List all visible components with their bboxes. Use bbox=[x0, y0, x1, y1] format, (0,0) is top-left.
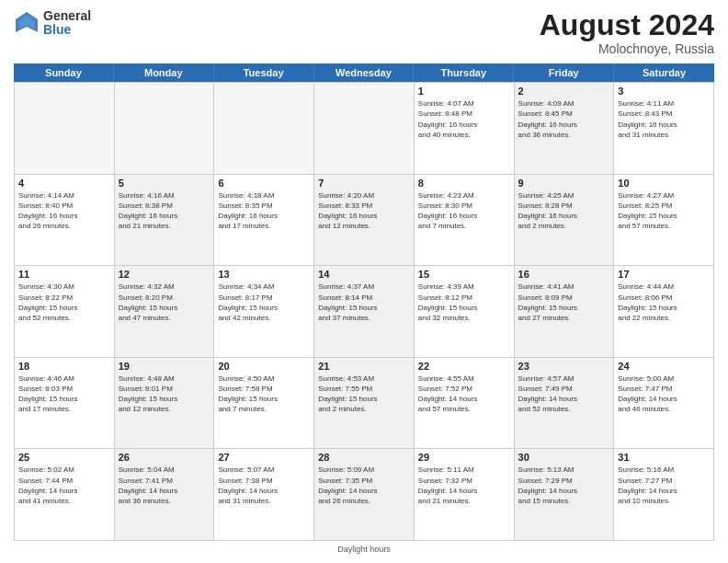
calendar-cell: 31Sunrise: 5:16 AM Sunset: 7:27 PM Dayli… bbox=[614, 449, 714, 541]
calendar-cell bbox=[115, 83, 215, 175]
day-info: Sunrise: 4:57 AM Sunset: 7:49 PM Dayligh… bbox=[518, 373, 610, 415]
calendar-cell: 19Sunrise: 4:48 AM Sunset: 8:01 PM Dayli… bbox=[115, 358, 215, 450]
day-info: Sunrise: 5:09 AM Sunset: 7:35 PM Dayligh… bbox=[318, 465, 410, 506]
footer-note: Daylight hours bbox=[14, 545, 714, 554]
day-number: 14 bbox=[318, 269, 410, 280]
calendar-cell: 9Sunrise: 4:25 AM Sunset: 8:28 PM Daylig… bbox=[515, 175, 615, 267]
day-number: 12 bbox=[119, 269, 210, 280]
calendar-cell: 15Sunrise: 4:39 AM Sunset: 8:12 PM Dayli… bbox=[415, 266, 515, 358]
day-info: Sunrise: 4:30 AM Sunset: 8:22 PM Dayligh… bbox=[18, 282, 110, 323]
calendar-cell: 25Sunrise: 5:02 AM Sunset: 7:44 PM Dayli… bbox=[15, 449, 115, 541]
calendar-header-cell: Friday bbox=[514, 63, 614, 82]
title-location: Molochnoye, Russia bbox=[540, 41, 714, 56]
day-number: 10 bbox=[618, 178, 710, 189]
day-info: Sunrise: 4:11 AM Sunset: 8:43 PM Dayligh… bbox=[618, 98, 710, 140]
logo-icon bbox=[14, 10, 40, 36]
day-number: 24 bbox=[618, 361, 710, 372]
day-number: 1 bbox=[418, 86, 510, 97]
day-number: 18 bbox=[18, 361, 110, 372]
calendar-cell: 3Sunrise: 4:11 AM Sunset: 8:43 PM Daylig… bbox=[614, 83, 714, 175]
calendar-body: 1Sunrise: 4:07 AM Sunset: 8:48 PM Daylig… bbox=[14, 82, 714, 541]
day-info: Sunrise: 5:04 AM Sunset: 7:41 PM Dayligh… bbox=[119, 465, 210, 506]
calendar-header-cell: Tuesday bbox=[214, 63, 314, 82]
calendar: SundayMondayTuesdayWednesdayThursdayFrid… bbox=[14, 63, 714, 541]
day-number: 30 bbox=[518, 452, 610, 463]
day-number: 31 bbox=[618, 452, 710, 463]
calendar-cell: 13Sunrise: 4:34 AM Sunset: 8:17 PM Dayli… bbox=[214, 266, 314, 358]
calendar-header-cell: Monday bbox=[114, 63, 214, 82]
calendar-cell: 1Sunrise: 4:07 AM Sunset: 8:48 PM Daylig… bbox=[415, 83, 515, 175]
calendar-cell: 5Sunrise: 4:16 AM Sunset: 8:38 PM Daylig… bbox=[115, 175, 215, 267]
calendar-cell: 6Sunrise: 4:18 AM Sunset: 8:35 PM Daylig… bbox=[214, 175, 314, 267]
calendar-cell: 16Sunrise: 4:41 AM Sunset: 8:09 PM Dayli… bbox=[515, 266, 615, 358]
calendar-header-cell: Thursday bbox=[414, 63, 514, 82]
day-info: Sunrise: 5:00 AM Sunset: 7:47 PM Dayligh… bbox=[618, 373, 710, 415]
calendar-cell: 20Sunrise: 4:50 AM Sunset: 7:58 PM Dayli… bbox=[214, 358, 314, 450]
calendar-cell bbox=[214, 83, 314, 175]
day-info: Sunrise: 5:11 AM Sunset: 7:32 PM Dayligh… bbox=[418, 465, 510, 506]
day-number: 17 bbox=[618, 269, 710, 280]
day-number: 20 bbox=[218, 361, 310, 372]
day-info: Sunrise: 4:34 AM Sunset: 8:17 PM Dayligh… bbox=[218, 282, 310, 323]
day-number: 13 bbox=[218, 269, 310, 280]
day-number: 4 bbox=[18, 178, 110, 189]
calendar-header-cell: Wednesday bbox=[314, 63, 415, 82]
day-info: Sunrise: 4:55 AM Sunset: 7:52 PM Dayligh… bbox=[418, 373, 510, 415]
day-number: 23 bbox=[518, 361, 610, 372]
day-info: Sunrise: 4:20 AM Sunset: 8:33 PM Dayligh… bbox=[318, 190, 410, 232]
calendar-cell: 14Sunrise: 4:37 AM Sunset: 8:14 PM Dayli… bbox=[314, 266, 415, 358]
day-number: 15 bbox=[418, 269, 510, 280]
day-info: Sunrise: 5:16 AM Sunset: 7:27 PM Dayligh… bbox=[618, 465, 710, 506]
day-number: 9 bbox=[518, 178, 610, 189]
calendar-cell: 11Sunrise: 4:30 AM Sunset: 8:22 PM Dayli… bbox=[15, 266, 115, 358]
day-number: 7 bbox=[318, 178, 410, 189]
day-number: 6 bbox=[218, 178, 310, 189]
calendar-cell: 10Sunrise: 4:27 AM Sunset: 8:25 PM Dayli… bbox=[614, 175, 714, 267]
day-info: Sunrise: 4:39 AM Sunset: 8:12 PM Dayligh… bbox=[418, 282, 510, 323]
day-number: 19 bbox=[119, 361, 210, 372]
day-info: Sunrise: 4:48 AM Sunset: 8:01 PM Dayligh… bbox=[119, 373, 210, 415]
day-info: Sunrise: 4:16 AM Sunset: 8:38 PM Dayligh… bbox=[119, 190, 210, 232]
calendar-cell: 4Sunrise: 4:14 AM Sunset: 8:40 PM Daylig… bbox=[15, 175, 115, 267]
calendar-cell: 8Sunrise: 4:23 AM Sunset: 8:30 PM Daylig… bbox=[415, 175, 515, 267]
day-info: Sunrise: 5:13 AM Sunset: 7:29 PM Dayligh… bbox=[518, 465, 610, 506]
calendar-header: SundayMondayTuesdayWednesdayThursdayFrid… bbox=[14, 63, 714, 82]
day-info: Sunrise: 5:07 AM Sunset: 7:38 PM Dayligh… bbox=[218, 465, 310, 506]
calendar-cell: 2Sunrise: 4:09 AM Sunset: 8:45 PM Daylig… bbox=[515, 83, 615, 175]
day-number: 29 bbox=[418, 452, 510, 463]
day-info: Sunrise: 4:27 AM Sunset: 8:25 PM Dayligh… bbox=[618, 190, 710, 232]
calendar-cell: 12Sunrise: 4:32 AM Sunset: 8:20 PM Dayli… bbox=[115, 266, 215, 358]
calendar-cell: 7Sunrise: 4:20 AM Sunset: 8:33 PM Daylig… bbox=[314, 175, 415, 267]
day-number: 16 bbox=[518, 269, 610, 280]
calendar-cell: 28Sunrise: 5:09 AM Sunset: 7:35 PM Dayli… bbox=[314, 449, 415, 541]
calendar-cell bbox=[314, 83, 415, 175]
calendar-cell: 27Sunrise: 5:07 AM Sunset: 7:38 PM Dayli… bbox=[214, 449, 314, 541]
calendar-cell: 23Sunrise: 4:57 AM Sunset: 7:49 PM Dayli… bbox=[515, 358, 615, 450]
logo-text: General Blue bbox=[43, 9, 91, 38]
header: General Blue August 2024 Molochnoye, Rus… bbox=[14, 9, 714, 56]
calendar-cell: 21Sunrise: 4:53 AM Sunset: 7:55 PM Dayli… bbox=[314, 358, 415, 450]
day-number: 22 bbox=[418, 361, 510, 372]
day-info: Sunrise: 4:50 AM Sunset: 7:58 PM Dayligh… bbox=[218, 373, 310, 415]
day-number: 26 bbox=[119, 452, 210, 463]
day-info: Sunrise: 4:37 AM Sunset: 8:14 PM Dayligh… bbox=[318, 282, 410, 323]
day-number: 21 bbox=[318, 361, 410, 372]
calendar-cell: 18Sunrise: 4:46 AM Sunset: 8:03 PM Dayli… bbox=[15, 358, 115, 450]
day-number: 8 bbox=[418, 178, 510, 189]
page: General Blue August 2024 Molochnoye, Rus… bbox=[0, 0, 728, 563]
day-info: Sunrise: 4:53 AM Sunset: 7:55 PM Dayligh… bbox=[318, 373, 410, 415]
logo-line1: General bbox=[43, 9, 91, 23]
day-number: 27 bbox=[218, 452, 310, 463]
calendar-cell: 30Sunrise: 5:13 AM Sunset: 7:29 PM Dayli… bbox=[515, 449, 615, 541]
day-info: Sunrise: 4:46 AM Sunset: 8:03 PM Dayligh… bbox=[18, 373, 110, 415]
day-info: Sunrise: 4:14 AM Sunset: 8:40 PM Dayligh… bbox=[18, 190, 110, 232]
day-info: Sunrise: 4:32 AM Sunset: 8:20 PM Dayligh… bbox=[119, 282, 210, 323]
calendar-cell bbox=[15, 83, 115, 175]
day-info: Sunrise: 4:25 AM Sunset: 8:28 PM Dayligh… bbox=[518, 190, 610, 232]
day-info: Sunrise: 4:44 AM Sunset: 8:06 PM Dayligh… bbox=[618, 282, 710, 323]
day-info: Sunrise: 4:41 AM Sunset: 8:09 PM Dayligh… bbox=[518, 282, 610, 323]
calendar-cell: 29Sunrise: 5:11 AM Sunset: 7:32 PM Dayli… bbox=[415, 449, 515, 541]
calendar-cell: 22Sunrise: 4:55 AM Sunset: 7:52 PM Dayli… bbox=[415, 358, 515, 450]
day-info: Sunrise: 4:23 AM Sunset: 8:30 PM Dayligh… bbox=[418, 190, 510, 232]
day-info: Sunrise: 4:09 AM Sunset: 8:45 PM Dayligh… bbox=[518, 98, 610, 140]
